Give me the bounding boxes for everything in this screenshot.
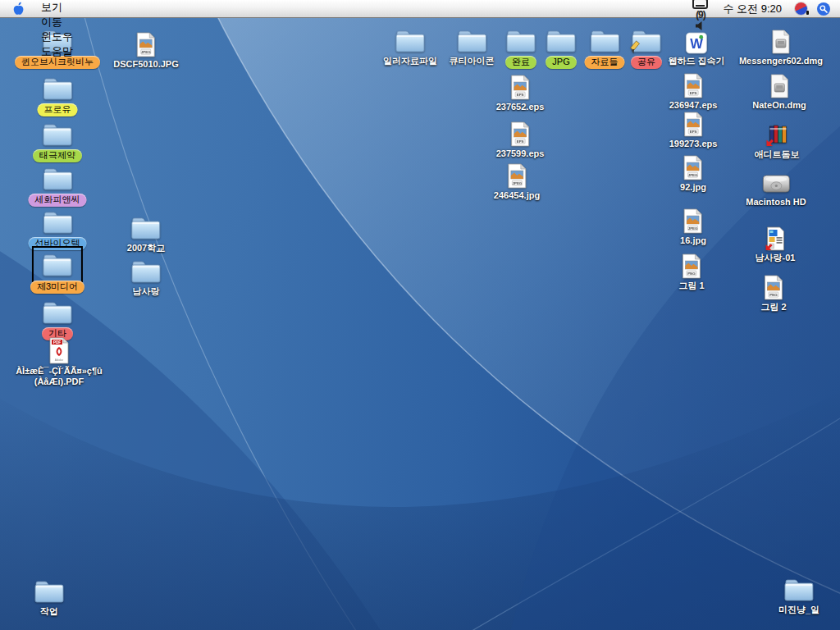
- spotlight-icon[interactable]: [817, 2, 830, 16]
- menu-bar-clock[interactable]: 수 오전 9:20: [714, 2, 790, 16]
- icon-label: 16.jpg: [680, 235, 706, 246]
- desktop-icon-eps[interactable]: EPS 237652.eps: [496, 72, 545, 112]
- desktop-icon-folder[interactable]: 세화피앤씨: [29, 164, 87, 207]
- folder-icon: [130, 257, 162, 285]
- pdf-icon: PDF Adobe: [48, 336, 70, 364]
- desktop-icon-folder[interactable]: 미진냥_일: [778, 575, 819, 615]
- desktop-icon-pdf[interactable]: PDF Adobe ÀÌ±æÈ¯-ÇÏ´ÃÃ¤»ç¶û (ÀåÆí).PDF: [1, 336, 117, 387]
- dmg-icon: [769, 71, 789, 98]
- icon-label: 일러자료파일: [383, 56, 437, 66]
- folder-icon: [394, 26, 427, 54]
- icon-label: 237599.eps: [496, 148, 545, 159]
- desktop-icon-folder[interactable]: 2007학교: [127, 213, 165, 253]
- desktop-icon-jpeg[interactable]: JPEG 92.jpg: [680, 153, 706, 193]
- desktop-icon-eps[interactable]: EPS 199273.eps: [669, 109, 718, 149]
- folder-icon: [41, 250, 74, 278]
- books-icon: [765, 120, 790, 148]
- jpeg-icon: JPEG: [506, 161, 527, 189]
- folder-icon: [41, 298, 74, 326]
- desktop-icon-folder[interactable]: 태극제약: [33, 120, 82, 162]
- desktop-icon-folder-edit[interactable]: 공유: [630, 26, 663, 69]
- icon-label: 199273.eps: [669, 139, 718, 149]
- icon-label: 남사랑-01: [756, 253, 796, 263]
- folder-icon: [41, 208, 74, 235]
- png-icon: PNG: [682, 251, 702, 279]
- icon-label: 237652.eps: [496, 102, 545, 112]
- eps-icon: EPS: [683, 71, 704, 98]
- menu-보기[interactable]: 보기: [32, 0, 83, 15]
- desktop-icon-hd[interactable]: Macintosh HD: [746, 167, 806, 208]
- svg-text:JPEG: JPEG: [512, 181, 522, 185]
- desktop-icon-eps[interactable]: EPS 237599.eps: [496, 119, 545, 159]
- apple-menu[interactable]: [0, 0, 32, 17]
- jpeg-icon: JPEG: [682, 206, 703, 234]
- korean-flag-input-icon[interactable]: [795, 2, 807, 15]
- icon-label: NateOn.dmg: [752, 100, 806, 111]
- desktop-icon-dmg[interactable]: NateOn.dmg: [752, 71, 806, 111]
- desktop-icon-folder[interactable]: 자료들: [585, 26, 625, 69]
- desktop-icon-folder[interactable]: 기타: [41, 298, 74, 340]
- icon-label: 완료: [505, 56, 536, 69]
- eps-icon: EPS: [510, 72, 531, 100]
- folder-icon: [455, 26, 488, 54]
- folder-icon: [783, 575, 815, 603]
- desktop-icon-folder[interactable]: 작업: [33, 577, 66, 617]
- icon-label: 작업: [40, 606, 58, 617]
- svg-text:JPEG: JPEG: [141, 50, 151, 54]
- modem-icon[interactable]: (9): [686, 9, 714, 21]
- desktop-icon-books[interactable]: 애디트돔보: [755, 120, 800, 160]
- icon-label: 2007학교: [127, 243, 165, 253]
- icon-label: 제3미디어: [30, 281, 84, 294]
- icon-label: 92.jpg: [680, 182, 706, 193]
- menu-도움말[interactable]: 도움말: [32, 44, 83, 59]
- png-icon: PNG: [764, 272, 784, 300]
- menu-bar: Finder파일편집보기이동윈도우도움말 (9) 수 오전 9:20: [0, 0, 840, 18]
- desktop-icon-jpeg[interactable]: JPEG DSCF5010.JPG: [113, 30, 178, 70]
- icon-label: 미진냥_일: [778, 605, 819, 615]
- desktop-icon-doc-alias[interactable]: 남사랑-01: [756, 223, 796, 263]
- folder-icon: [588, 26, 621, 54]
- desktop-icon-folder[interactable]: 큐티아이콘: [450, 26, 495, 66]
- desktop-wallpaper: 퀸오브시크릿비누 프로유 태극제약 세화피앤씨 선바이오텍 제3미디어 기타 P…: [0, 0, 840, 630]
- icon-label: 웹하드 집속기: [668, 56, 724, 66]
- desktop-icon-png[interactable]: PNG 그림 1: [678, 251, 704, 291]
- svg-text:JPEG: JPEG: [688, 173, 698, 177]
- svg-text:PDF: PDF: [53, 340, 62, 345]
- desktop-icon-png[interactable]: PNG 그림 2: [760, 272, 786, 313]
- desktop-icon-folder[interactable]: 일러자료파일: [383, 26, 437, 66]
- icon-label: 태극제약: [33, 149, 82, 162]
- desktop-icon-eps[interactable]: EPS 236947.eps: [669, 71, 718, 111]
- folder-icon: [130, 213, 162, 241]
- menu-이동[interactable]: 이동: [32, 15, 83, 30]
- icon-label: 그림 1: [678, 281, 704, 291]
- folder-icon: [41, 74, 74, 102]
- folder-icon: [41, 120, 74, 148]
- dmg-icon: [771, 26, 791, 54]
- desktop-icon-jpeg[interactable]: JPEG 246454.jpg: [494, 161, 540, 201]
- volume-icon[interactable]: [686, 21, 714, 31]
- desktop-icon-jpeg[interactable]: JPEG 16.jpg: [680, 206, 706, 246]
- icon-label: 남사랑: [133, 286, 160, 297]
- desktop-icon-webhard[interactable]: W 웹하드 집속기: [668, 26, 724, 66]
- svg-text:EPS: EPS: [690, 91, 697, 95]
- display-icon[interactable]: [686, 0, 714, 9]
- svg-text:EPS: EPS: [690, 130, 697, 134]
- desktop-icon-folder[interactable]: 남사랑: [130, 257, 162, 297]
- svg-text:EPS: EPS: [517, 139, 524, 144]
- desktop-icon-dmg[interactable]: Messenger602.dmg: [739, 26, 823, 66]
- menu-윈도우[interactable]: 윈도우: [32, 30, 83, 44]
- icon-label: JPG: [546, 56, 576, 69]
- eps-icon: EPS: [683, 109, 704, 137]
- icon-label: 자료들: [585, 56, 625, 69]
- svg-text:PNG: PNG: [687, 272, 696, 276]
- svg-text:PNG: PNG: [769, 293, 778, 297]
- icon-label: Messenger602.dmg: [739, 56, 823, 66]
- folder-edit-icon: [630, 26, 663, 54]
- desktop-icon-folder[interactable]: 완료: [504, 26, 537, 69]
- desktop-icon-folder[interactable]: 선바이오텍: [29, 208, 87, 250]
- icon-label: 공유: [631, 56, 662, 69]
- desktop-icon-folder[interactable]: JPG: [545, 26, 578, 69]
- desktop-icon-folder[interactable]: 프로유: [38, 74, 78, 116]
- folder-icon: [33, 577, 66, 605]
- desktop-icon-folder[interactable]: 제3미디어: [30, 246, 84, 294]
